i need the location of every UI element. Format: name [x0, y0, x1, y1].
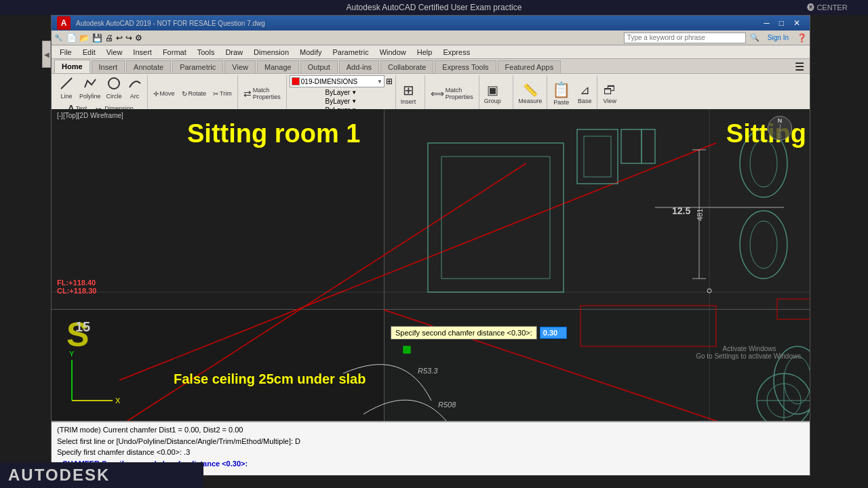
bylayer-dropdown-1[interactable]: ▼	[351, 89, 357, 96]
line-label: Line	[60, 93, 72, 100]
match-props-icon: ⟺	[431, 88, 444, 99]
vscrollbar[interactable]: ▲ ▼	[800, 109, 810, 411]
trim-button[interactable]: ✂ Trim	[210, 89, 235, 99]
circle-button[interactable]: Circle	[104, 75, 124, 101]
tab-insert[interactable]: Insert	[92, 60, 125, 73]
annotation-match-btn[interactable]: ⇄ MatchProperties	[241, 85, 283, 102]
drawing-area[interactable]: [-][Top][2D Wireframe] FL:+118.40 CL:+11…	[52, 109, 810, 421]
menu-help[interactable]: Help	[412, 47, 438, 58]
menu-edit[interactable]: Edit	[77, 47, 101, 58]
model-tab-add[interactable]: +	[176, 409, 189, 420]
menu-draw[interactable]: Draw	[220, 47, 248, 58]
cl-coord: CL:+118.30	[57, 287, 96, 295]
new-icon[interactable]: 📄	[66, 33, 77, 43]
bylayer-dropdown-2[interactable]: ▼	[351, 98, 357, 104]
undo-icon[interactable]: ↩	[116, 33, 123, 43]
search-input[interactable]	[624, 33, 746, 43]
search-bar: 🔧 📄 📂 💾 🖨 ↩ ↪ ⚙ 🔍 Sign In ❓	[52, 30, 810, 45]
menu-file[interactable]: File	[54, 47, 77, 58]
tab-add-ins[interactable]: Add-ins	[339, 60, 379, 73]
view-label: [-][Top][2D Wireframe]	[57, 112, 123, 119]
tab-view[interactable]: View	[224, 60, 256, 73]
activate-line2: Go to Settings to activate Windows.	[696, 352, 803, 360]
dimension-15: 15	[75, 319, 90, 335]
close-btn[interactable]: ✕	[789, 18, 804, 28]
settings-icon[interactable]: ⚙	[135, 33, 142, 43]
activate-line1: Activate Windows	[696, 345, 803, 352]
save-icon[interactable]: 💾	[92, 33, 102, 43]
menu-modify[interactable]: Modify	[294, 47, 327, 58]
tab-manage[interactable]: Manage	[257, 60, 299, 73]
minimize-btn[interactable]: ─	[760, 18, 774, 28]
match-props-label: MatchProperties	[446, 87, 473, 100]
tab-home[interactable]: Home	[54, 60, 90, 73]
vscroll-up[interactable]: ▲	[801, 109, 810, 119]
restore-btn[interactable]: □	[775, 18, 788, 28]
sign-in-btn[interactable]: Sign In	[768, 34, 789, 41]
insert-block-btn[interactable]: ⊞ Insert	[399, 81, 418, 106]
arc-button[interactable]: Arc	[125, 75, 144, 101]
layer-dropdown[interactable]: 019-DIMENSIONS ▼	[290, 75, 384, 87]
groups-buttons: ▣ Group	[482, 75, 510, 113]
title-bar: Autodesk AutoCAD Certified User Exam pra…	[0, 0, 868, 15]
move-icon: ✛	[153, 90, 159, 98]
chamfer-input[interactable]	[540, 327, 567, 339]
open-icon[interactable]: 📂	[79, 33, 90, 43]
menu-express[interactable]: Express	[437, 47, 475, 58]
tab-output[interactable]: Output	[300, 60, 338, 73]
menu-parametric[interactable]: Parametric	[327, 47, 374, 58]
menu-window[interactable]: Window	[374, 47, 412, 58]
search-btn[interactable]: 🔍	[750, 33, 760, 42]
paste-icon: 📋	[552, 81, 570, 99]
ribbon-menu-btn[interactable]: ☰	[789, 60, 810, 73]
tab-collaborate[interactable]: Collaborate	[380, 60, 433, 73]
base-btn[interactable]: ⊿ Base	[575, 81, 594, 106]
print-icon[interactable]: 🖨	[105, 33, 113, 43]
measure-btn[interactable]: 📏 Measure	[516, 81, 544, 106]
search-bar-right: 🔍 Sign In ❓	[624, 33, 807, 43]
circle-icon	[107, 77, 121, 92]
match-icon: ⇄	[243, 88, 252, 99]
match-props-btn[interactable]: ⟺ MatchProperties	[428, 85, 476, 102]
autocad-title: Autodesk AutoCAD 2019 - NOT FOR RESALE Q…	[76, 20, 265, 27]
rotate-button[interactable]: ↻ Rotate	[179, 89, 210, 99]
menu-view[interactable]: View	[101, 47, 128, 58]
menu-format[interactable]: Format	[157, 47, 192, 58]
tab-annotate[interactable]: Annotate	[126, 60, 171, 73]
autocad-icon: A Autodesk AutoCAD 2019 - NOT FOR RESALE…	[57, 16, 265, 30]
autodesk-text: AUTODESK	[8, 466, 110, 485]
menu-tools[interactable]: Tools	[192, 47, 220, 58]
svg-rect-9	[428, 143, 564, 292]
room-text-1: Sitting room 1	[187, 119, 360, 148]
tab-express-tools[interactable]: Express Tools	[435, 60, 496, 73]
redo-icon[interactable]: ↪	[125, 33, 132, 43]
group-btn[interactable]: ▣ Group	[482, 81, 503, 106]
svg-rect-10	[441, 157, 550, 279]
view-btn[interactable]: 🗗 View	[600, 82, 619, 106]
svg-rect-14	[642, 129, 655, 163]
menu-insert[interactable]: Insert	[127, 47, 157, 58]
autocad-logo: A	[57, 16, 71, 30]
base-label: Base	[578, 98, 592, 104]
sidebar-collapse-btn[interactable]: ◀	[42, 41, 51, 68]
app-window: A Autodesk AutoCAD 2019 - NOT FOR RESALE…	[51, 15, 810, 476]
model-tab-layout1[interactable]: Layout1	[91, 409, 132, 420]
model-tab-layout2[interactable]: Layout2	[134, 409, 175, 420]
model-tab-model[interactable]: Model	[54, 409, 90, 420]
tab-parametric[interactable]: Parametric	[172, 60, 223, 73]
draw-row-1: Line Polyline Circle	[57, 75, 144, 101]
compass-n: N	[778, 117, 783, 124]
tab-featured-apps[interactable]: Featured Apps	[498, 60, 561, 73]
move-button[interactable]: ✛ Move	[151, 89, 178, 99]
menu-dimension[interactable]: Dimension	[248, 47, 294, 58]
activate-windows-watermark: Activate Windows Go to Settings to activ…	[696, 345, 803, 360]
paste-btn[interactable]: 📋 Paste	[550, 80, 572, 107]
chamfer-label-text: Specify second chamfer distance <0.30>:	[391, 326, 537, 340]
help-icon[interactable]: ❓	[797, 33, 807, 43]
svg-rect-11	[577, 129, 618, 184]
line-button[interactable]: Line	[57, 75, 76, 101]
polyline-button[interactable]: Polyline	[77, 75, 103, 101]
svg-text:X: X	[115, 396, 121, 405]
layer-settings-icon[interactable]: ⊞	[386, 77, 393, 86]
layer-dropdown-arrow[interactable]: ▼	[377, 79, 382, 85]
